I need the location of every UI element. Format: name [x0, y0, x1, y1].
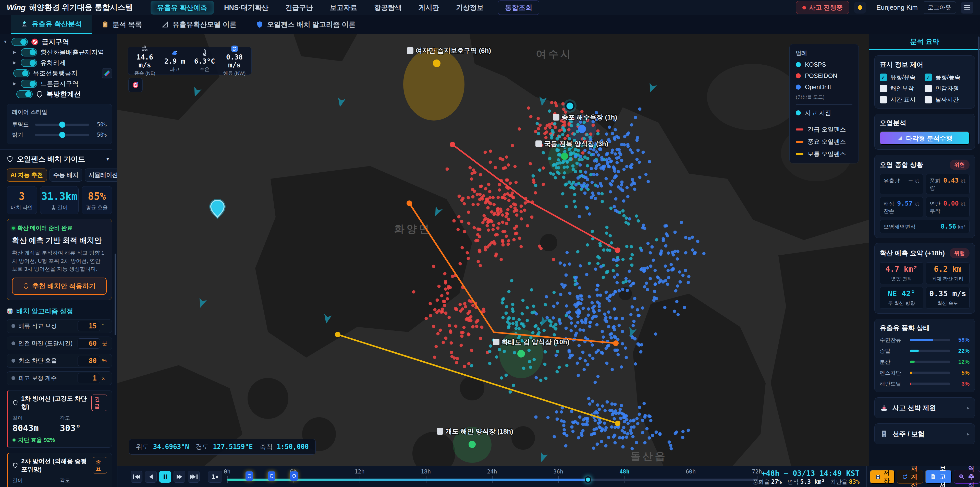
checkbox-unchecked[interactable] [880, 96, 887, 104]
logout-button[interactable]: 로그아웃 [923, 1, 956, 14]
nav-item-6[interactable]: 기상정보 [449, 1, 490, 14]
chevron-right-icon[interactable]: ▶ [12, 81, 18, 86]
layer-toggle-3[interactable] [13, 69, 30, 77]
defense-line-card-1[interactable]: 1차 방어선 (고강도 차단형)긴급길이8043m각도303°차단 효율 92% [6, 390, 112, 448]
palette-stripes-icon [103, 70, 110, 77]
pause-button[interactable] [159, 471, 171, 483]
backtrack-button[interactable]: 역추적 [954, 470, 980, 484]
fence-mode-0[interactable]: AI 자동 추천 [6, 169, 47, 182]
bar-track [910, 361, 950, 363]
microscope-icon [21, 20, 28, 28]
chevron-right-icon[interactable]: ▶ [12, 49, 18, 55]
nav-item-1[interactable]: HNS·대기확산 [218, 1, 275, 14]
oilfence-guide-header[interactable]: 오일펜스 배치 가이드 ▼ [6, 154, 112, 164]
save-button[interactable]: 저장 [870, 470, 895, 484]
algo-input-1[interactable]: 60 [78, 339, 100, 348]
shield-icon [269, 474, 274, 478]
playback-speed-button[interactable]: 1× [208, 471, 222, 483]
tab-2[interactable]: 유출유확산모델 이론 [151, 15, 246, 34]
panel-scrollbar[interactable] [978, 37, 980, 144]
owner-insurance-card[interactable]: 선주 / 보험▸ [874, 423, 975, 444]
chevron-down-icon[interactable]: ▼ [3, 39, 8, 45]
display-option-3[interactable]: 민감자원 [924, 85, 969, 93]
checkbox-unchecked[interactable] [880, 85, 887, 92]
map-canvas[interactable]: 여수시화양면돌산읍여자만 습지보호구역 (6h)종포 해수욕장 (1h)국동 전… [118, 34, 869, 466]
pollution-stat-value-1: 0.43 [943, 177, 959, 184]
slider-thumb[interactable] [59, 121, 65, 128]
fence-mode-2[interactable]: 시뮬레이션 [85, 169, 118, 182]
scale-label: 축척 [259, 443, 273, 450]
display-option-1[interactable]: ✓풍향/풍속 [924, 73, 969, 81]
incident-point-label: 사고 지점 [805, 109, 831, 117]
display-option-4[interactable]: 시간 표시 [880, 96, 924, 104]
fence-deploy-marker-1[interactable] [268, 471, 275, 481]
skip-start-button[interactable] [130, 471, 142, 483]
chevron-down-icon[interactable]: ▼ [105, 156, 110, 162]
bar-fill [910, 383, 911, 385]
layer-toggle-2[interactable] [21, 59, 37, 67]
display-option-5[interactable]: 날짜시간 [924, 96, 969, 104]
unit: kl [961, 201, 966, 207]
timeline-thumb[interactable] [585, 476, 591, 483]
skip-end-button[interactable] [188, 471, 200, 483]
defense-title-1: 1차 방어선 (고강도 차단형) [21, 394, 88, 411]
display-option-2[interactable]: 해안부착 [880, 85, 924, 93]
algo-input-0[interactable]: 15 [78, 321, 100, 331]
checkbox-checked[interactable]: ✓ [880, 73, 887, 81]
legend-fence-2: 보통 오일펜스 [796, 150, 853, 158]
bar-fill [910, 350, 919, 352]
vessel-spec-card[interactable]: 사고 선박 제원▸ [874, 398, 975, 418]
slider-track-0[interactable] [35, 124, 89, 126]
layer-style-swatch-button[interactable] [102, 68, 112, 78]
nav-item-7[interactable]: 통합조회 [498, 0, 539, 15]
report-button[interactable]: 보고서 [925, 470, 952, 484]
slider-thumb[interactable] [59, 132, 65, 138]
checkbox-checked[interactable]: ✓ [924, 73, 932, 81]
fence-deploy-marker-2[interactable] [290, 471, 298, 481]
nav-item-3[interactable]: 보고자료 [323, 1, 364, 14]
layer-list: ▼금지구역▶황산화물배출규제지역▶유처리제유조선통행금지▶드론금지구역북방한계선 [0, 37, 112, 99]
display-option-0[interactable]: ✓유향/유속 [880, 73, 924, 81]
algo-input-2[interactable]: 80 [78, 356, 100, 366]
forecast-cell-1: 6.2 km최대 확산 거리 [926, 262, 969, 284]
chevron-right-icon[interactable]: ▶ [12, 60, 18, 65]
sidebar-scrollbar[interactable] [115, 254, 116, 335]
nav-item-2[interactable]: 긴급구난 [279, 1, 320, 14]
defense-line-card-2[interactable]: 2차 방어선 (외해용 중형 포위망)중요길이11180m각도303°차단 효율… [6, 453, 112, 487]
timeline-track[interactable] [227, 479, 758, 481]
checkbox-unchecked[interactable] [924, 96, 932, 104]
lon-label: 경도 [196, 443, 209, 450]
step-back-button[interactable] [145, 471, 157, 483]
apply-recommendation-button[interactable]: 추천 배치안 적용하기 [12, 278, 107, 295]
refresh-wrap [902, 474, 908, 480]
fast-forward-button[interactable] [173, 471, 185, 483]
chevron-right-icon[interactable]: ▸ [967, 405, 969, 411]
fence-mode-1[interactable]: 수동 배치 [49, 169, 82, 182]
ai-recommendation-card: 확산 데이터 준비 완료 확산 예측 기반 최적 배치안 확산 궤적을 분석하여… [6, 219, 112, 300]
layer-toggle-0[interactable] [11, 38, 28, 46]
toggle-knob [30, 60, 36, 66]
menu-button[interactable] [961, 2, 974, 14]
layer-toggle-1[interactable] [21, 48, 37, 56]
nav-item-0[interactable]: 유출유 확산예측 [151, 1, 214, 14]
polygon-analysis-button[interactable]: 다각형 분석수행 [880, 131, 969, 145]
recalculate-button[interactable]: 재계산 [897, 470, 923, 484]
algo-unit-3: x [102, 375, 109, 381]
layer-toggle-4[interactable] [21, 80, 37, 88]
location-pin[interactable] [211, 200, 224, 217]
algo-input-3[interactable]: 1 [78, 373, 100, 383]
chevron-right-icon[interactable]: ▸ [967, 431, 969, 437]
tab-1[interactable]: 분석 목록 [92, 15, 152, 34]
checkbox-unchecked[interactable] [924, 85, 932, 92]
center-target-button[interactable] [128, 78, 143, 92]
nav-item-5[interactable]: 게시판 [412, 1, 446, 14]
notifications-button[interactable] [854, 2, 866, 14]
fence-deploy-marker-0[interactable] [245, 471, 253, 481]
layer-toggle-5[interactable] [16, 90, 33, 98]
legend-models: KOSPSPOSEIDONOpenDrift [796, 61, 853, 91]
tab-3[interactable]: 오일펜스 배치 알고리즘 이론 [246, 15, 366, 34]
nav-item-4[interactable]: 항공탐색 [368, 1, 408, 14]
slider-track-1[interactable] [35, 134, 89, 136]
tab-0[interactable]: 유출유 확산분석 [11, 15, 92, 34]
dl-angle: 각도303° [60, 477, 107, 487]
